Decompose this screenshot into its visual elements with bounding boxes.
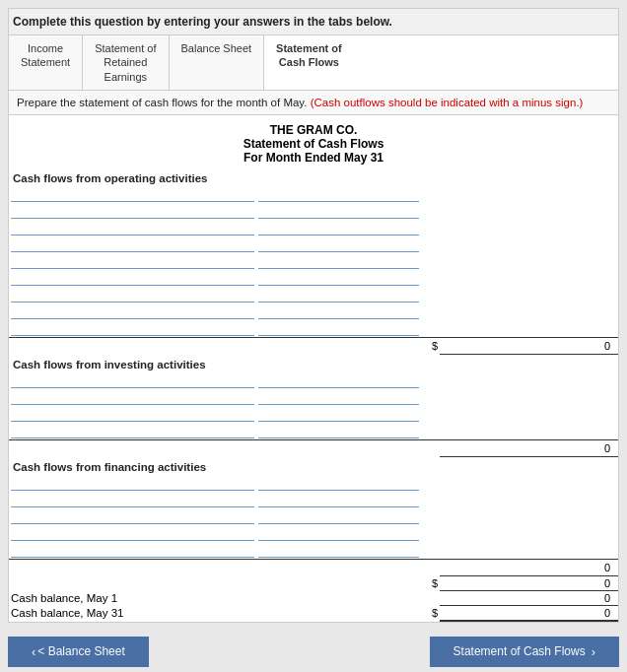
extra-value: 0 [440, 575, 618, 590]
operating-val-7[interactable] [258, 288, 419, 302]
investing-subtotal: 0 [440, 439, 618, 456]
instruction-text: Complete this question by entering your … [13, 15, 392, 29]
tab-cash-flows[interactable]: Statement ofCash Flows [264, 35, 354, 90]
investing-desc-3[interactable] [11, 407, 254, 422]
operating-row-1 [9, 186, 618, 203]
financing-desc-1[interactable] [11, 476, 254, 491]
investing-val-4[interactable] [258, 424, 419, 438]
statement-header: THE GRAM CO. Statement of Cash Flows For… [9, 115, 618, 168]
extra-dollar: $ [421, 575, 440, 590]
financing-val-4[interactable] [258, 526, 419, 541]
net-change-row: $ 0 [9, 575, 618, 590]
operating-desc-2[interactable] [11, 204, 254, 219]
financing-desc-4[interactable] [11, 526, 254, 541]
financing-dollar [421, 559, 440, 575]
financing-row-5 [9, 542, 618, 560]
financing-row-4 [9, 525, 618, 542]
operating-val-3[interactable] [258, 221, 419, 235]
operating-desc-3[interactable] [11, 221, 254, 235]
investing-dollar [421, 439, 440, 456]
forward-arrow-icon: › [592, 644, 595, 659]
financing-label: Cash flows from financing activities [9, 456, 618, 475]
operating-row-8 [9, 303, 618, 320]
investing-desc-4[interactable] [11, 424, 254, 438]
financing-header-row: Cash flows from financing activities [9, 456, 618, 475]
investing-row-3 [9, 406, 618, 423]
investing-row-1 [9, 372, 618, 389]
bottom-nav: ‹ < Balance Sheet Statement of Cash Flow… [8, 631, 619, 667]
financing-val-5[interactable] [258, 543, 419, 558]
back-arrow-icon: ‹ [32, 644, 35, 659]
tab-income-statement[interactable]: IncomeStatement [9, 35, 83, 90]
operating-val-4[interactable] [258, 237, 419, 252]
operating-val-5[interactable] [258, 254, 419, 269]
operating-val-9[interactable] [258, 321, 419, 336]
financing-val-3[interactable] [258, 509, 419, 524]
financing-row-2 [9, 492, 618, 508]
investing-val-2[interactable] [258, 390, 419, 405]
operating-val-8[interactable] [258, 304, 419, 319]
forward-button-label: Statement of Cash Flows [453, 644, 586, 658]
prompt-bar: Prepare the statement of cash flows for … [8, 91, 619, 115]
cash-balance-may31-row: Cash balance, May 31 $ 0 [9, 605, 618, 621]
main-content: THE GRAM CO. Statement of Cash Flows For… [8, 115, 619, 623]
financing-subtotal: 0 [440, 559, 618, 575]
operating-row-6 [9, 270, 618, 287]
prompt-highlight: (Cash outflows should be indicated with … [311, 97, 584, 108]
investing-val-3[interactable] [258, 407, 419, 422]
operating-row-3 [9, 220, 618, 236]
forward-button[interactable]: Statement of Cash Flows › [430, 637, 619, 667]
operating-desc-7[interactable] [11, 288, 254, 302]
operating-desc-1[interactable] [11, 187, 254, 202]
investing-row-2 [9, 389, 618, 406]
cash-may1-dollar [421, 590, 440, 605]
operating-subtotal: 0 [440, 337, 618, 354]
operating-desc-5[interactable] [11, 254, 254, 269]
operating-row-2 [9, 203, 618, 220]
back-button[interactable]: ‹ < Balance Sheet [8, 637, 149, 667]
tab-retained-earnings[interactable]: Statement ofRetainedEarnings [83, 35, 169, 90]
investing-label: Cash flows from investing activities [9, 354, 618, 372]
operating-total-row: $ 0 [9, 337, 618, 354]
prompt-text: Prepare the statement of cash flows for … [17, 97, 311, 108]
operating-val-1[interactable] [258, 187, 419, 202]
investing-row-4 [9, 423, 618, 440]
cash-may31-dollar: $ [421, 605, 440, 621]
cash-balance-may1-row: Cash balance, May 1 0 [9, 590, 618, 605]
financing-val-1[interactable] [258, 476, 419, 491]
instruction-bar: Complete this question by entering your … [8, 8, 619, 35]
operating-val-2[interactable] [258, 204, 419, 219]
operating-header-row: Cash flows from operating activities [9, 168, 618, 186]
cash-may31-value: 0 [440, 605, 618, 621]
financing-row-1 [9, 475, 618, 492]
cash-flow-table: Cash flows from operating activities [9, 168, 618, 622]
financing-row-3 [9, 508, 618, 525]
financing-desc-3[interactable] [11, 509, 254, 524]
company-name: THE GRAM CO. [13, 123, 614, 137]
operating-val-6[interactable] [258, 271, 419, 286]
financing-desc-5[interactable] [11, 543, 254, 558]
back-button-label: < Balance Sheet [37, 644, 124, 658]
investing-header-row: Cash flows from investing activities [9, 354, 618, 372]
operating-desc-4[interactable] [11, 237, 254, 252]
tab-balance-sheet[interactable]: Balance Sheet [170, 35, 265, 90]
investing-desc-2[interactable] [11, 390, 254, 405]
operating-label: Cash flows from operating activities [9, 168, 618, 186]
investing-val-1[interactable] [258, 373, 419, 388]
financing-val-2[interactable] [258, 493, 419, 507]
financing-desc-2[interactable] [11, 493, 254, 507]
financing-total-row: 0 [9, 559, 618, 575]
investing-desc-1[interactable] [11, 373, 254, 388]
operating-desc-6[interactable] [11, 271, 254, 286]
operating-row-9 [9, 320, 618, 338]
operating-desc-9[interactable] [11, 321, 254, 336]
cash-may1-value: 0 [440, 590, 618, 605]
operating-row-4 [9, 236, 618, 253]
tabs-row: IncomeStatement Statement ofRetainedEarn… [8, 35, 619, 91]
statement-period: For Month Ended May 31 [13, 151, 614, 165]
investing-total-row: 0 [9, 439, 618, 456]
operating-desc-8[interactable] [11, 304, 254, 319]
cash-balance-may31-label: Cash balance, May 31 [9, 605, 256, 621]
statement-title: Statement of Cash Flows [13, 137, 614, 151]
cash-balance-may1-label: Cash balance, May 1 [9, 590, 256, 605]
